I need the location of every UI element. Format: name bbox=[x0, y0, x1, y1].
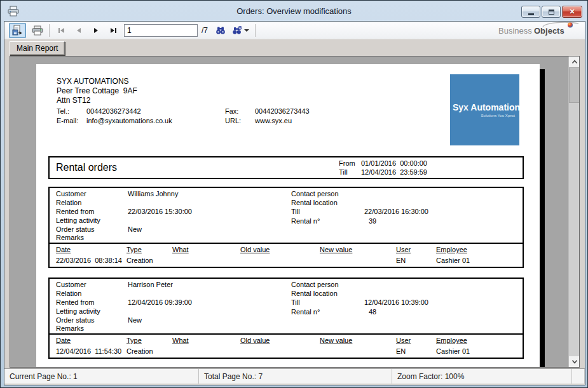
chevron-up-icon bbox=[571, 60, 578, 64]
title-bar: Orders: Overview modifications ✕ bbox=[2, 2, 586, 21]
col-user: User bbox=[396, 246, 411, 253]
till-label: Till bbox=[291, 208, 300, 215]
rented-from-label: Rented from bbox=[56, 298, 95, 306]
rented-from-value: 12/04/2016 09:39:00 bbox=[128, 298, 192, 306]
scrollbar-thumb[interactable] bbox=[569, 67, 580, 103]
customer-value: Williams Johnny bbox=[128, 190, 178, 197]
svg-text:Business: Business bbox=[498, 26, 532, 36]
col-new-value: New value bbox=[320, 337, 352, 344]
scroll-up-button[interactable] bbox=[569, 57, 580, 67]
export-button[interactable] bbox=[9, 23, 26, 38]
till-label: Till bbox=[291, 298, 300, 306]
restore-icon bbox=[549, 10, 554, 15]
company-address2: Attn ST12 bbox=[57, 96, 90, 105]
till-label: Till bbox=[339, 168, 348, 176]
order-block: Customer Harrison Peter Contact person R… bbox=[48, 278, 524, 359]
tab-main-report[interactable]: Main Report bbox=[10, 41, 65, 55]
row-type: Creation bbox=[126, 347, 153, 355]
col-what: What bbox=[172, 337, 189, 344]
zoom-dropdown-caret bbox=[244, 29, 249, 32]
application-window: Orders: Overview modifications ✕ bbox=[0, 0, 588, 388]
till-value: 12/04/2016 10:39:00 bbox=[364, 298, 428, 306]
first-page-button[interactable] bbox=[53, 23, 70, 38]
col-type: Type bbox=[126, 337, 142, 344]
rental-no-value: 39 bbox=[369, 217, 376, 225]
from-value: 01/01/2016 00:00:00 bbox=[361, 159, 427, 167]
syx-automations-logo: Syx Automations Solutions You Xpect bbox=[450, 74, 519, 145]
letting-activity-label: Letting activity bbox=[56, 307, 100, 315]
relation-label: Relation bbox=[56, 199, 81, 206]
logo-name: Syx Automations bbox=[450, 102, 516, 112]
status-current-page: Current Page No.: 1 bbox=[4, 369, 199, 384]
email-label: E-mail: bbox=[57, 117, 78, 124]
toolbar-separator bbox=[49, 24, 50, 37]
col-date: Date bbox=[56, 246, 71, 253]
export-icon bbox=[12, 25, 24, 36]
report-viewport[interactable]: SYX AUTOMATIONS Peer Tree Cottage 9AF At… bbox=[10, 56, 580, 368]
rented-from-label: Rented from bbox=[56, 208, 95, 215]
next-page-button[interactable] bbox=[87, 23, 104, 38]
status-empty-segment bbox=[572, 369, 585, 384]
page-shadow bbox=[540, 69, 545, 368]
block-divider bbox=[50, 333, 523, 335]
toolbar: /7 bbox=[4, 22, 585, 39]
tel-label: Tel.: bbox=[57, 107, 69, 115]
print-button[interactable] bbox=[29, 23, 46, 38]
status-total-page: Total Page No.: 7 bbox=[199, 369, 392, 384]
close-button[interactable]: ✕ bbox=[562, 6, 582, 18]
next-page-icon bbox=[92, 27, 100, 34]
fax-value: 00442036273443 bbox=[255, 107, 310, 115]
page-number-input[interactable] bbox=[124, 24, 198, 37]
contact-person-label: Contact person bbox=[291, 281, 339, 288]
previous-page-icon bbox=[75, 27, 83, 34]
row-employee: Cashier 01 bbox=[436, 257, 470, 264]
first-page-icon bbox=[58, 27, 65, 34]
company-name: SYX AUTOMATIONS bbox=[57, 77, 129, 86]
order-status-label: Order status bbox=[56, 225, 95, 233]
col-employee: Employee bbox=[436, 246, 467, 253]
col-date: Date bbox=[56, 337, 71, 344]
tab-row: Main Report bbox=[4, 39, 585, 56]
binoculars-icon bbox=[215, 26, 226, 35]
toolbar-separator bbox=[255, 24, 256, 37]
company-address1: Peer Tree Cottage 9AF bbox=[57, 86, 137, 95]
order-status-value: New bbox=[128, 316, 142, 324]
letting-activity-label: Letting activity bbox=[56, 217, 100, 224]
col-what: What bbox=[172, 246, 189, 253]
customer-label: Customer bbox=[56, 190, 86, 197]
customer-value: Harrison Peter bbox=[128, 281, 173, 288]
block-divider bbox=[50, 243, 523, 244]
col-old-value: Old value bbox=[240, 246, 270, 253]
last-page-icon bbox=[109, 27, 117, 34]
scroll-down-button[interactable] bbox=[569, 356, 580, 367]
previous-page-button[interactable] bbox=[70, 23, 87, 38]
row-user: EN bbox=[396, 257, 406, 264]
tel-value: 00442036273442 bbox=[86, 107, 141, 115]
chevron-down-icon bbox=[571, 359, 578, 364]
url-label: URL: bbox=[225, 117, 241, 124]
remarks-label: Remarks bbox=[56, 234, 84, 241]
customer-label: Customer bbox=[56, 281, 86, 288]
remarks-label: Remarks bbox=[56, 324, 84, 332]
contact-person-label: Contact person bbox=[291, 190, 339, 197]
find-text-button[interactable] bbox=[212, 23, 229, 38]
report-page: SYX AUTOMATIONS Peer Tree Cottage 9AF At… bbox=[36, 64, 540, 368]
restore-button[interactable] bbox=[542, 6, 561, 18]
col-new-value: New value bbox=[320, 246, 352, 253]
order-block: Customer Williams Johnny Contact person … bbox=[48, 187, 524, 268]
business-objects-logo: Business Objects bbox=[498, 21, 580, 40]
report-title: Rental orders bbox=[56, 162, 117, 173]
relation-label: Relation bbox=[56, 290, 81, 297]
vertical-scrollbar[interactable] bbox=[568, 57, 579, 367]
col-type: Type bbox=[126, 246, 142, 253]
row-user: EN bbox=[396, 347, 406, 355]
last-page-button[interactable] bbox=[104, 23, 121, 38]
window-title: Orders: Overview modifications bbox=[2, 6, 586, 16]
zoom-binoculars-icon bbox=[232, 26, 242, 35]
page-total-label: /7 bbox=[202, 26, 208, 35]
client-area: /7 bbox=[4, 21, 585, 385]
zoom-button[interactable] bbox=[229, 23, 252, 38]
minimize-button[interactable] bbox=[521, 6, 540, 18]
rental-location-label: Rental location bbox=[291, 290, 338, 297]
logo-tagline: Solutions You Xpect bbox=[481, 114, 515, 117]
